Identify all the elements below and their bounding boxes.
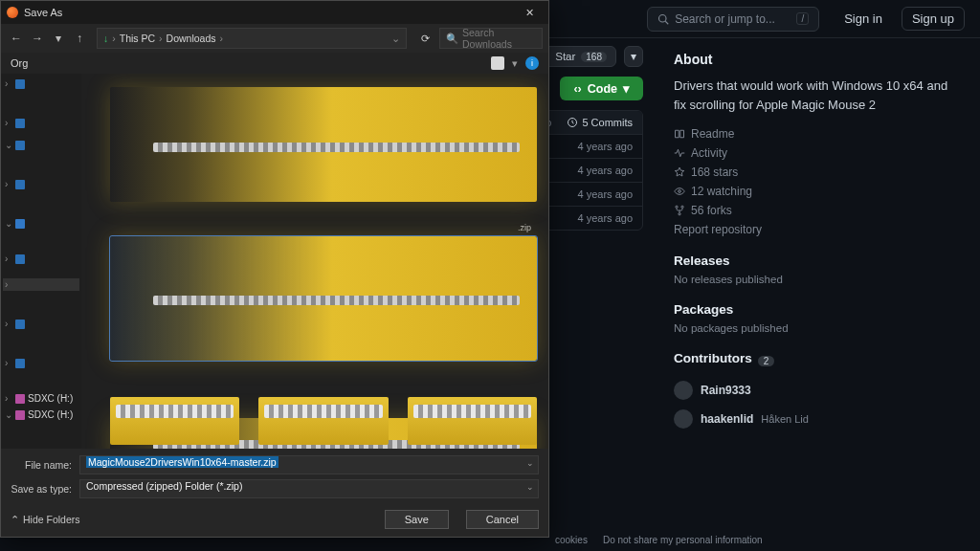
github-search[interactable]: Search or jump to... / [647,7,819,32]
contributor-row[interactable]: haakenlid Håken Lid [674,409,961,429]
contributor-row[interactable]: Rain9333 [674,381,961,400]
chevron-down-icon[interactable]: ⌄ [526,458,534,468]
book-icon [674,128,685,140]
commits-link[interactable]: 5 Commits [567,117,633,128]
view-dropdown[interactable]: ▾ [512,57,518,70]
view-mode-button[interactable] [491,56,504,70]
zip-thumbnail-selected[interactable] [110,236,537,361]
address-bar[interactable]: ↓ › This PC › Downloads › ⌄ [97,28,407,49]
github-search-placeholder: Search or jump to... [675,12,775,26]
filetype-select[interactable]: Compressed (zipped) Folder (*.zip) ⌄ [79,479,539,498]
recent-dropdown[interactable]: ▾ [49,29,68,48]
save-as-dialog: Save As ✕ ← → ▾ ↑ ↓ › This PC › Download… [0,0,549,538]
back-button[interactable]: ← [7,29,26,48]
file-view[interactable]: .zip [81,74,548,449]
contributors-count: 2 [758,356,775,366]
filetype-label: Save as type: [11,483,72,495]
footer-dns[interactable]: Do not share my personal information [603,535,763,545]
readme-link[interactable]: Readme [674,127,961,141]
star-icon [674,166,685,178]
about-title: About [674,52,961,67]
svg-point-6 [679,190,681,193]
history-icon [567,117,578,128]
refresh-button[interactable]: ⟳ [414,33,435,45]
signin-link[interactable]: Sign in [844,11,882,26]
search-icon [657,13,669,25]
packages-title: Packages [674,302,961,317]
zip-thumbnail[interactable] [408,397,537,445]
svg-point-9 [679,213,680,215]
chevron-down-icon: ▾ [623,81,630,96]
info-icon[interactable]: i [525,56,539,70]
slash-hint: / [796,12,809,25]
dialog-title: Save As [24,7,62,18]
downloads-icon: ↓ [103,33,108,44]
filename-input[interactable]: MagicMouse2DriversWin10x64-master.zip ⌄ [79,455,539,474]
nav-tree[interactable]: › › ⌄ › ⌄ › › › › ›SDXC (H:) ⌄SDXC (H:) [1,74,81,449]
zip-thumbnail[interactable] [110,397,239,445]
watching-meta[interactable]: 12 watching [674,185,961,198]
organize-label[interactable]: Org [11,57,28,69]
about-description: Drivers that would work with Windows 10 … [674,77,961,114]
cancel-button[interactable]: Cancel [466,510,539,529]
search-icon: 🔍 [446,33,458,45]
footer-cookies[interactable]: cookies [555,535,588,545]
filename-label: File name: [11,459,72,471]
forward-button[interactable]: → [28,29,47,48]
svg-line-1 [665,21,668,24]
chevron-down-icon: ▾ [631,50,636,63]
code-icon: ‹› [573,82,581,96]
releases-text: No releases published [674,274,961,285]
svg-point-0 [659,14,667,22]
packages-text: No packages published [674,322,961,334]
up-button[interactable]: ↑ [70,29,89,48]
chevron-right-icon: › [159,33,163,44]
app-icon [7,7,18,18]
chevron-down-icon[interactable]: ⌄ [526,482,534,492]
zip-thumbnail[interactable] [110,87,537,202]
avatar [674,381,693,400]
forks-meta[interactable]: 56 forks [674,204,961,217]
code-button[interactable]: ‹› Code ▾ [560,77,643,100]
releases-title: Releases [674,253,961,268]
zip-thumbnail[interactable] [258,397,388,445]
save-button[interactable]: Save [385,510,449,529]
fork-icon [674,205,685,216]
activity-link[interactable]: Activity [674,146,961,160]
signup-button[interactable]: Sign up [902,7,965,31]
svg-point-7 [676,206,678,208]
pulse-icon [674,147,685,159]
chevron-right-icon: › [220,33,224,44]
chevron-right-icon: › [112,33,116,44]
hide-folders-toggle[interactable]: ⌃ Hide Folders [11,514,80,525]
avatar [674,409,693,429]
stars-meta[interactable]: 168 stars [674,165,961,179]
folder-search[interactable]: 🔍 Search Downloads [439,28,543,49]
chevron-up-icon: ⌃ [11,514,19,525]
address-dropdown[interactable]: ⌄ [391,33,400,44]
close-icon[interactable]: ✕ [516,7,543,19]
star-dropdown[interactable]: ▾ [624,46,643,67]
contributors-title: Contributors [674,351,752,365]
eye-icon [674,186,685,197]
svg-point-8 [681,206,683,208]
report-link[interactable]: Report repository [674,223,961,236]
